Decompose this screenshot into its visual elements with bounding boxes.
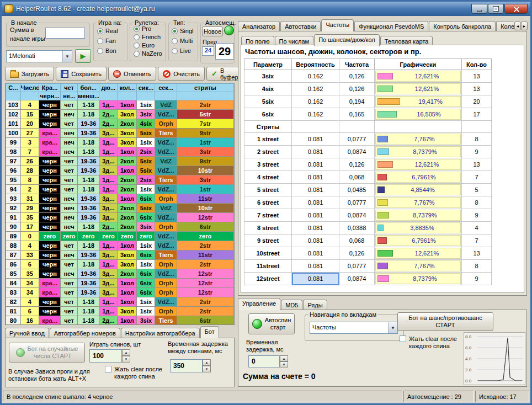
freq-prob-cell[interactable]: 0.081 — [292, 196, 339, 209]
history-cell[interactable]: 2six — [137, 175, 155, 185]
history-cell[interactable]: неч — [61, 204, 78, 213]
history-cell[interactable]: 3six — [137, 222, 155, 232]
tab-bankroll[interactable]: Контроль банкролла — [429, 21, 496, 31]
history-cell[interactable]: zero — [61, 232, 78, 241]
freq-param-cell[interactable]: 3six — [244, 70, 292, 83]
history-cell[interactable]: 8 — [20, 175, 39, 185]
maximize-button[interactable] — [488, 4, 504, 14]
history-cell[interactable]: черн — [39, 119, 60, 129]
history-cell[interactable]: 2 — [20, 185, 39, 194]
tab-autograbber[interactable]: Автограббер номеров — [50, 328, 120, 338]
freq-count-cell[interactable]: 5 — [462, 184, 492, 196]
history-cell[interactable]: черн — [39, 110, 60, 119]
history-cell[interactable]: черн — [39, 175, 60, 185]
history-cell[interactable]: 1-18 — [78, 110, 99, 119]
delay-between-value[interactable]: 350 — [170, 359, 203, 372]
chevron-down-icon[interactable]: ▼ — [388, 322, 397, 333]
new-shift-button[interactable]: Новое — [202, 26, 223, 36]
freq-prob-cell[interactable]: 0.081 — [292, 133, 339, 146]
history-cell[interactable]: 5str — [177, 110, 233, 119]
history-cell[interactable]: 1д... — [99, 147, 118, 157]
radio-game-fan[interactable]: Fan — [97, 38, 116, 44]
freq-count-cell[interactable]: 7 — [462, 171, 492, 184]
history-cell[interactable]: 1-18 — [78, 185, 99, 194]
history-cell[interactable]: черн — [39, 204, 60, 213]
freq-freq-cell[interactable]: 0,0874 — [339, 273, 375, 285]
history-cell[interactable]: 97 — [6, 157, 21, 166]
history-header-cell[interactable]: менш... — [78, 92, 99, 100]
freq-freq-cell[interactable]: 0,0777 — [339, 133, 375, 146]
radio-roulette-french[interactable]: French — [134, 34, 161, 40]
radio-game-bon[interactable]: Bon — [97, 47, 116, 54]
history-cell[interactable]: 19-36 — [78, 119, 99, 129]
clear-after-spin-checkbox-2[interactable]: Жать clear послекаждого спина — [400, 335, 457, 350]
history-cell[interactable]: 89 — [6, 232, 21, 241]
history-header-cell[interactable]: Число — [20, 84, 39, 92]
history-cell[interactable]: 3кол — [118, 129, 137, 138]
history-cell[interactable]: 1кол — [118, 241, 137, 251]
history-cell[interactable]: 10str — [177, 166, 233, 175]
freq-count-cell[interactable]: 8 — [462, 133, 492, 146]
freq-graph-cell[interactable]: 19,417% — [375, 95, 462, 108]
freq-graph-cell[interactable]: 7,767% — [375, 260, 462, 273]
history-cell[interactable]: 2кол — [118, 119, 137, 129]
history-cell[interactable]: 19-36 — [78, 204, 99, 213]
history-cell[interactable]: 1кол — [118, 279, 137, 288]
history-cell[interactable]: чет — [61, 307, 78, 316]
history-cell[interactable]: 12str — [177, 213, 233, 222]
history-cell[interactable]: 1-18 — [78, 138, 99, 147]
history-cell[interactable]: 19-36 — [78, 251, 99, 260]
freq-freq-cell[interactable]: 0,0485 — [339, 184, 375, 196]
history-cell[interactable]: 29 — [20, 204, 39, 213]
freq-prob-cell[interactable]: 0.081 — [292, 222, 339, 235]
history-cell[interactable]: VdZ... — [155, 241, 177, 251]
history-cell[interactable]: 2str — [177, 307, 233, 316]
history-cell[interactable]: VdZ... — [155, 232, 177, 241]
radio-game-real[interactable]: Real — [97, 28, 118, 34]
history-cell[interactable]: 12str — [177, 279, 233, 288]
load-button[interactable]: Загрузить — [5, 67, 54, 81]
history-cell[interactable]: 5six — [137, 166, 155, 175]
preset-combo[interactable]: 1Melonati ▼ — [6, 50, 72, 62]
history-cell[interactable]: 6six — [137, 279, 155, 288]
history-cell[interactable]: черн — [39, 222, 60, 232]
history-cell[interactable]: 1д... — [99, 100, 118, 110]
freq-graph-cell[interactable]: 8,7379% — [375, 209, 462, 222]
history-cell[interactable]: 2str — [177, 100, 233, 110]
history-cell[interactable]: 11str — [177, 251, 233, 260]
history-cell[interactable]: Orph — [155, 222, 177, 232]
freq-freq-cell[interactable]: 0,068 — [339, 235, 375, 247]
freq-graph-cell[interactable]: 6,7961% — [375, 171, 462, 184]
history-cell[interactable]: чет — [61, 279, 78, 288]
history-cell[interactable]: 82 — [6, 297, 21, 307]
freq-count-cell[interactable]: 9 — [462, 146, 492, 158]
history-cell[interactable]: 15 — [20, 110, 39, 119]
history-cell[interactable]: 2д... — [99, 222, 118, 232]
history-cell[interactable]: 3кол — [118, 138, 137, 147]
freq-param-cell[interactable]: 10street — [244, 247, 292, 260]
history-header-cell[interactable]: чет — [61, 84, 78, 92]
history-cell[interactable]: 2кол — [118, 175, 137, 185]
history-cell[interactable]: 3д... — [99, 129, 118, 138]
freq-prob-cell[interactable]: 0.162 — [292, 108, 339, 121]
history-cell[interactable]: 3д... — [99, 204, 118, 213]
history-header-cell[interactable] — [99, 92, 118, 100]
history-cell[interactable]: 6 — [20, 307, 39, 316]
history-cell[interactable]: 1-18 — [78, 307, 99, 316]
history-cell[interactable]: VdZ... — [155, 297, 177, 307]
history-header-cell[interactable]: черн... — [39, 92, 60, 100]
history-cell[interactable]: 2кол — [118, 213, 137, 222]
history-cell[interactable]: 3д... — [99, 269, 118, 279]
history-header-cell[interactable]: бол... — [78, 84, 99, 92]
spins-value[interactable]: 100 — [89, 349, 122, 363]
history-cell[interactable]: 93 — [6, 194, 21, 204]
history-cell[interactable]: 3six — [137, 316, 155, 326]
history-cell[interactable]: 5six — [137, 204, 155, 213]
freq-param-cell[interactable]: 3 street — [244, 158, 292, 171]
history-cell[interactable]: 3 — [20, 138, 39, 147]
history-cell[interactable]: 6six — [137, 288, 155, 297]
history-header-cell[interactable]: С... — [6, 84, 21, 92]
history-cell[interactable]: черн — [39, 241, 60, 251]
history-cell[interactable]: 80 — [6, 316, 21, 326]
history-cell[interactable]: 1-18 — [78, 147, 99, 157]
